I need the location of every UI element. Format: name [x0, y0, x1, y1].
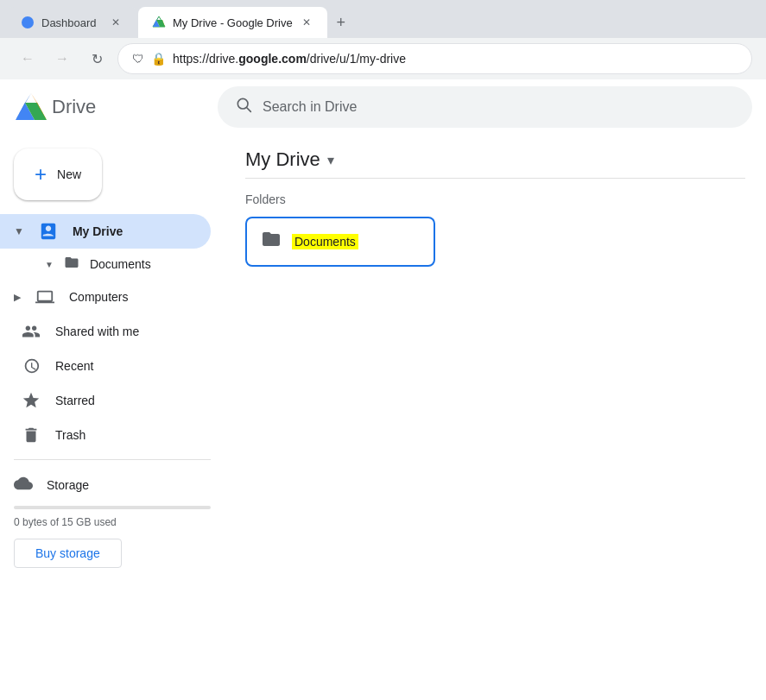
storage-bar	[14, 506, 211, 509]
nav-bar: ← → ↻ 🛡 🔒 https://drive.google.com/drive…	[0, 38, 766, 79]
sidebar-subitem-documents[interactable]: ▼ Documents	[0, 249, 225, 280]
tab-dashboard[interactable]: Dashboard ✕	[7, 7, 136, 38]
app-body: + New ▼ My Drive ▼	[0, 135, 766, 700]
app-header: Drive	[0, 79, 766, 135]
storage-cloud-icon	[14, 474, 33, 495]
logo-text: Drive	[52, 96, 96, 118]
storage-label: Storage	[47, 478, 89, 492]
refresh-button[interactable]: ↻	[83, 45, 111, 73]
back-button[interactable]: ←	[14, 45, 41, 73]
search-icon	[235, 96, 252, 117]
folders-section: Folders Documents	[245, 192, 745, 267]
storage-section: Storage 0 bytes of 15 GB used Buy storag…	[0, 467, 225, 575]
address-bar[interactable]: 🛡 🔒 https://drive.google.com/drive/u/1/m…	[117, 43, 752, 74]
sidebar-item-trash[interactable]: Trash	[0, 418, 211, 452]
folder-card-documents[interactable]: Documents	[245, 217, 435, 267]
documents-expand-icon: ▼	[45, 260, 54, 269]
new-plus-icon: +	[35, 162, 47, 186]
sidebar-item-recent-label: Recent	[55, 359, 93, 373]
sidebar-item-starred-label: Starred	[55, 394, 95, 407]
documents-folder-icon	[64, 255, 79, 274]
logo-area: Drive	[14, 91, 204, 123]
sidebar-item-computers-label: Computers	[69, 290, 128, 304]
folders-grid: Documents	[245, 217, 745, 267]
sidebar-item-computers[interactable]: ▶ Computers	[0, 280, 211, 314]
dashboard-favicon	[21, 16, 35, 29]
computers-icon	[35, 287, 55, 306]
sidebar-item-shared-label: Shared with me	[55, 325, 139, 338]
folders-section-label: Folders	[245, 192, 745, 206]
new-button[interactable]: + New	[14, 148, 102, 200]
search-bar[interactable]	[218, 86, 752, 128]
lock-icon: 🔒	[151, 52, 166, 66]
tab-add-button[interactable]: +	[329, 10, 353, 35]
storage-usage-text: 0 bytes of 15 GB used	[14, 516, 211, 528]
sidebar-item-my-drive-label: My Drive	[73, 224, 123, 238]
shared-icon	[21, 322, 41, 341]
address-url: https://drive.google.com/drive/u/1/my-dr…	[173, 52, 738, 66]
sidebar-divider	[14, 459, 211, 460]
tab-dashboard-title: Dashboard	[41, 16, 102, 29]
sidebar-item-shared[interactable]: Shared with me	[0, 314, 211, 349]
starred-icon	[21, 391, 41, 410]
my-drive-icon	[38, 222, 59, 241]
new-button-label: New	[57, 167, 81, 181]
sidebar-subitem-documents-label: Documents	[90, 257, 151, 271]
buy-storage-button[interactable]: Buy storage	[14, 539, 122, 568]
search-input[interactable]	[263, 99, 735, 115]
trash-icon	[21, 426, 41, 445]
tab-my-drive-close[interactable]: ✕	[300, 16, 313, 29]
drive-favicon	[152, 16, 166, 29]
main-header: My Drive ▾	[245, 148, 745, 179]
tab-my-drive[interactable]: My Drive - Google Drive ✕	[138, 7, 327, 38]
folder-name-documents: Documents	[292, 234, 358, 249]
drive-logo-icon	[14, 91, 48, 123]
storage-header: Storage	[14, 474, 211, 495]
recent-icon	[21, 356, 41, 375]
shield-icon: 🛡	[132, 52, 144, 66]
main-title-caret-icon[interactable]: ▾	[327, 152, 334, 168]
main-content: My Drive ▾ Folders Documents	[225, 135, 766, 700]
svg-point-0	[22, 16, 34, 28]
tab-my-drive-title: My Drive - Google Drive	[173, 16, 293, 29]
main-title: My Drive	[245, 148, 320, 171]
sidebar-item-trash-label: Trash	[55, 428, 85, 442]
sidebar-item-my-drive[interactable]: ▼ My Drive	[0, 214, 211, 249]
svg-line-13	[247, 108, 251, 112]
sidebar-item-recent[interactable]: Recent	[0, 349, 211, 383]
my-drive-expand-icon: ▼	[14, 225, 24, 237]
forward-button[interactable]: →	[48, 45, 76, 73]
sidebar-item-starred[interactable]: Starred	[0, 383, 211, 418]
app: Drive + New ▼	[0, 79, 766, 700]
folder-icon	[261, 229, 282, 255]
browser-chrome: Dashboard ✕ My Drive - Google Drive ✕ + …	[0, 0, 766, 79]
sidebar: + New ▼ My Drive ▼	[0, 135, 225, 700]
computers-expand-icon: ▶	[14, 292, 21, 303]
tab-bar: Dashboard ✕ My Drive - Google Drive ✕ +	[0, 0, 766, 38]
tab-dashboard-close[interactable]: ✕	[109, 16, 123, 29]
